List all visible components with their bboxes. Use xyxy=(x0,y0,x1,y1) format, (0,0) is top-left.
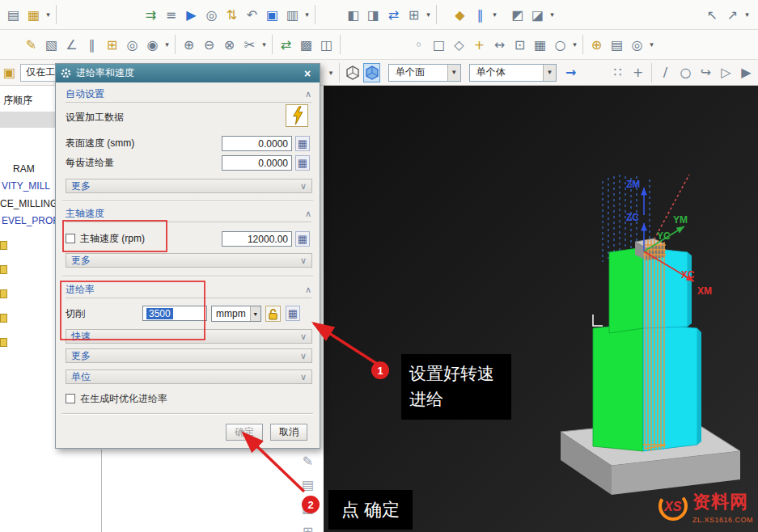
verify-toolpath-icon[interactable]: ▶ xyxy=(181,4,201,25)
graphics-viewport[interactable]: ZM ZC YM YC XC XM XS 资料网 ZL.XS1616.COM xyxy=(324,86,758,532)
feed-more-bar[interactable]: 更多∨ xyxy=(66,348,312,363)
object-properties-icon[interactable]: ⊞ xyxy=(404,4,424,25)
copy-operation-icon[interactable]: ◧ xyxy=(343,4,363,25)
line-tool-icon[interactable]: / xyxy=(655,62,675,83)
datum-axis-icon[interactable]: ∠ xyxy=(61,34,82,55)
optimize-checkbox[interactable] xyxy=(66,394,75,403)
collapse-chevron-icon[interactable]: ∧ xyxy=(305,209,311,219)
datum-plane-icon[interactable]: ▧ xyxy=(41,34,61,55)
extrude-icon[interactable]: ⊞ xyxy=(102,34,122,55)
more-dropdown-icon[interactable]: ▾ xyxy=(548,4,557,25)
snap-point-settings-icon[interactable]: ∷ xyxy=(608,62,628,83)
unite-icon[interactable]: ⊕ xyxy=(179,34,199,55)
show-objects-icon[interactable]: ◩ xyxy=(507,4,527,25)
mirror-feature-icon[interactable]: ◫ xyxy=(316,34,337,55)
shaded-cube-icon[interactable] xyxy=(363,63,379,82)
rotate-view-icon[interactable]: ↗ xyxy=(722,4,743,25)
more-dropdown-icon[interactable]: ▾ xyxy=(163,34,172,55)
toolpath-list-icon[interactable]: ≡ xyxy=(161,4,181,25)
tree-row-stub[interactable] xyxy=(0,338,7,347)
grid-view-icon[interactable]: ▦ xyxy=(298,498,318,518)
subtract-icon[interactable]: ⊖ xyxy=(199,34,219,55)
grid-icon[interactable]: ▦ xyxy=(530,34,550,55)
surface-speed-input[interactable]: 0.0000 xyxy=(222,136,292,151)
expand-chevron-icon[interactable]: ∨ xyxy=(300,181,307,192)
body-rule-combo[interactable]: 单个体 ▼ xyxy=(469,64,557,82)
navigator-item-cavity-mill[interactable]: VITY_MILL xyxy=(2,180,50,192)
spindle-speed-checkbox[interactable] xyxy=(66,234,75,243)
face-rule-dropdown-icon[interactable]: ▼ xyxy=(447,65,460,81)
line-icon[interactable]: ∥ xyxy=(82,34,102,55)
expand-chevron-icon[interactable]: ∨ xyxy=(300,372,307,382)
wcs-orient-icon[interactable]: ⊕ xyxy=(586,34,607,55)
dialog-titlebar[interactable]: 进给率和速度 × xyxy=(56,64,320,82)
tree-row-stub[interactable] xyxy=(0,241,7,250)
edit-pencil-icon[interactable]: ✎ xyxy=(298,451,318,471)
snap-point-icon[interactable]: ⊡ xyxy=(510,34,530,55)
hole-icon[interactable]: ◉ xyxy=(142,34,163,55)
simulate-machine-icon[interactable]: ◎ xyxy=(201,4,222,25)
more-dropdown-icon[interactable]: ▾ xyxy=(743,4,752,25)
spindle-more-bar[interactable]: 更多∨ xyxy=(66,253,312,268)
collapse-chevron-icon[interactable]: ∧ xyxy=(305,89,311,99)
pattern-feature-icon[interactable]: ▩ xyxy=(296,34,316,55)
display-tool-icon[interactable]: ◆ xyxy=(450,4,470,25)
tree-row-stub[interactable] xyxy=(0,314,7,323)
notebook-icon[interactable]: ▤ xyxy=(298,475,318,495)
point-constructor-icon[interactable]: + xyxy=(628,62,648,83)
navigator-item-level-profile[interactable]: EVEL_PROF xyxy=(2,215,59,226)
intersect-icon[interactable]: ⊗ xyxy=(219,34,239,55)
navigator-selected-row[interactable] xyxy=(0,112,55,128)
more-dropdown-icon[interactable]: ▾ xyxy=(647,34,656,55)
view-dropdown-icon[interactable]: ▾ xyxy=(327,62,336,83)
collapse-chevron-icon[interactable]: ∧ xyxy=(305,285,311,295)
cut-feed-input[interactable]: 3500 xyxy=(142,306,207,321)
sketch-icon[interactable]: ✎ xyxy=(21,34,41,55)
forward-arrow-icon[interactable]: → xyxy=(563,62,578,83)
auto-settings-section[interactable]: 自动设置 ∧ xyxy=(66,87,311,103)
ok-button[interactable]: 确定 xyxy=(226,424,263,441)
body-rule-dropdown-icon[interactable]: ▼ xyxy=(543,65,556,81)
paste-icon[interactable]: ▤ xyxy=(3,4,23,25)
point-icon[interactable]: ◦ xyxy=(409,34,429,55)
paste-operation-icon[interactable]: ◨ xyxy=(363,4,383,25)
navigator-item-ram[interactable]: RAM xyxy=(13,163,35,175)
per-tooth-calculator-icon[interactable]: ▦ xyxy=(295,155,310,171)
cut-unit-combo[interactable]: mmpm ▼ xyxy=(211,306,261,322)
optimize-feeds-icon[interactable]: ↶ xyxy=(242,4,262,25)
measure-distance-icon[interactable]: ↪ xyxy=(696,62,716,83)
trim-body-icon[interactable]: ✂ xyxy=(239,34,260,55)
transform-operation-icon[interactable]: ⇄ xyxy=(383,4,404,25)
spindle-section[interactable]: 主轴速度 ∧ xyxy=(66,206,311,222)
spindle-calculator-icon[interactable]: ▦ xyxy=(295,231,310,247)
expand-chevron-icon[interactable]: ∨ xyxy=(300,351,307,361)
show-hide-icon[interactable]: ◎ xyxy=(627,34,647,55)
tree-row-stub[interactable] xyxy=(0,289,7,298)
cut-unit-dropdown-icon[interactable]: ▼ xyxy=(250,306,260,321)
more-dropdown-icon[interactable]: ▾ xyxy=(260,34,269,55)
feed-lock-button[interactable] xyxy=(265,306,281,322)
feeds-speeds-icon[interactable]: ⇅ xyxy=(222,4,242,25)
circle-tool-icon[interactable]: ○ xyxy=(675,62,696,83)
revolve-icon[interactable]: ◎ xyxy=(122,34,142,55)
tree-row-stub[interactable] xyxy=(0,265,7,274)
feedrate-section[interactable]: 进给率 ∧ xyxy=(66,282,311,298)
more-dropdown-icon[interactable]: ▾ xyxy=(570,34,579,55)
expand-chevron-icon[interactable]: ∨ xyxy=(300,331,307,342)
auto-more-bar[interactable]: 更多∨ xyxy=(66,179,312,193)
post-process-icon[interactable]: ▣ xyxy=(262,4,282,25)
more-dropdown-icon[interactable]: ▾ xyxy=(44,4,53,25)
cancel-button[interactable]: 取消 xyxy=(270,424,307,441)
move-object-icon[interactable]: ⇄ xyxy=(276,34,296,55)
dialog-close-button[interactable]: × xyxy=(300,66,315,81)
more-dropdown-icon[interactable]: ▾ xyxy=(490,4,499,25)
more-dropdown-icon[interactable]: ▾ xyxy=(303,4,311,25)
polygon-icon[interactable]: ◇ xyxy=(449,34,469,55)
expand-chevron-icon[interactable]: ∨ xyxy=(300,255,307,266)
chart-icon[interactable]: ⊞ xyxy=(298,521,318,532)
cut-calculator-icon[interactable]: ▦ xyxy=(286,306,300,321)
csys-icon[interactable]: + xyxy=(469,34,489,55)
circle-icon[interactable]: ○ xyxy=(550,34,570,55)
selection-filter-button[interactable]: 仅在工 xyxy=(20,64,57,82)
display-toolpath-icon[interactable]: ∥ xyxy=(470,4,490,25)
